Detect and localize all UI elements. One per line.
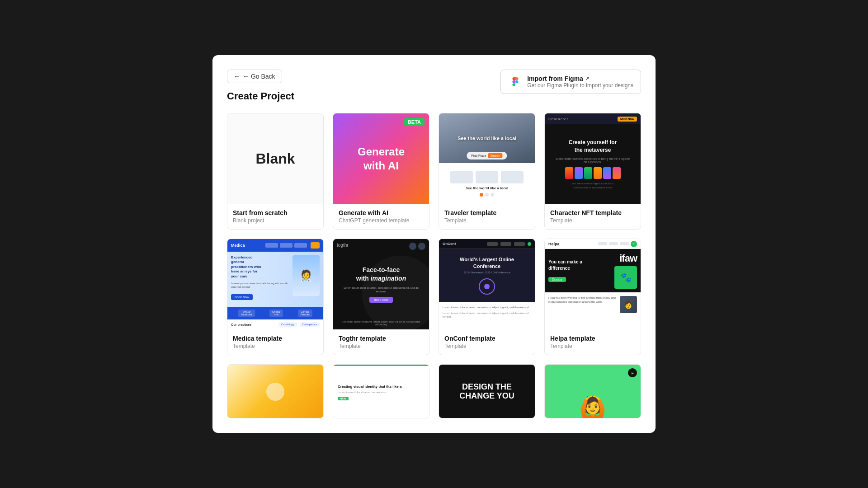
page-title: Create Project bbox=[227, 90, 294, 102]
blank-card[interactable]: Blank Start from scratch Blank project bbox=[227, 113, 324, 230]
modal-header: ← ← Go Back Create Project Import from F… bbox=[227, 70, 641, 102]
traveler-local-text: See the world like a local bbox=[466, 186, 509, 190]
traveler-card-subtitle: Template bbox=[444, 217, 529, 224]
external-link-icon: ↗ bbox=[585, 75, 590, 82]
blank-card-subtitle: Blank project bbox=[233, 217, 318, 224]
ai-card-subtitle: ChatGPT generated template bbox=[339, 217, 424, 224]
partial-thumb-1 bbox=[227, 365, 323, 418]
partial-card-4[interactable]: 🙆 ▸ bbox=[544, 364, 641, 418]
helpa-card-info: Helpa template Template bbox=[545, 329, 641, 355]
partial-card-1[interactable] bbox=[227, 364, 324, 418]
medica-thumbnail: Medica Experiencedgeneralpractitioners w… bbox=[227, 239, 323, 329]
blank-thumbnail: Blank bbox=[227, 113, 323, 204]
togthr-button: Book Now bbox=[369, 297, 393, 303]
togthr-thumbnail: togthr Face-to-facewith imagination Lore… bbox=[333, 239, 429, 329]
togthr-hero-text: Face-to-facewith imagination bbox=[339, 266, 424, 283]
traveler-card[interactable]: See the world like a local Find Place Se… bbox=[439, 113, 535, 230]
medica-card[interactable]: Medica Experiencedgeneralpractitioners w… bbox=[227, 239, 324, 355]
traveler-card-info: Traveler template Template bbox=[439, 204, 535, 229]
beta-badge: BETA bbox=[404, 118, 425, 126]
helpa-hero-text: You can make adifference bbox=[548, 259, 611, 272]
nft-card-title: Character NFT template bbox=[550, 209, 635, 216]
blank-card-info: Start from scratch Blank project bbox=[227, 204, 323, 229]
partial-thumb-2: Creating visual identity that fits like … bbox=[333, 365, 429, 418]
onconf-card-title: OnConf template bbox=[444, 335, 529, 342]
traveler-thumbnail: See the world like a local Find Place Se… bbox=[439, 113, 535, 204]
onconf-thumbnail: OnConf World's Largest OnlineConference … bbox=[439, 239, 535, 329]
helpa-card-title: Helpa template bbox=[550, 335, 635, 342]
ai-card[interactable]: BETA Generatewith AI Generate with AI Ch… bbox=[333, 113, 429, 230]
blank-card-title: Start from scratch bbox=[233, 209, 318, 216]
templates-grid: Blank Start from scratch Blank project B… bbox=[227, 113, 641, 418]
togthr-card-title: Togthr template bbox=[339, 335, 424, 342]
partial-card-3[interactable]: DESIGN THECHANGE YOU bbox=[439, 364, 535, 418]
nft-card-info: Character NFT template Template bbox=[545, 204, 641, 229]
onconf-card-info: OnConf template Template bbox=[439, 329, 535, 355]
ai-thumb-text: Generatewith AI bbox=[358, 145, 405, 173]
figma-icon bbox=[508, 75, 523, 89]
onconf-card-subtitle: Template bbox=[444, 343, 529, 349]
medica-card-title: Medica template bbox=[233, 335, 318, 342]
ai-card-title: Generate with AI bbox=[339, 209, 424, 216]
figma-import-main-text: Import from Figma ↗ bbox=[527, 75, 633, 82]
figma-import-sub-text: Get our Figma Plugin to import your desi… bbox=[527, 82, 633, 89]
partial-thumb-3: DESIGN THECHANGE YOU bbox=[439, 365, 535, 418]
go-back-label: ← Go Back bbox=[243, 73, 275, 80]
togthr-card-info: Togthr template Template bbox=[333, 329, 429, 355]
nft-thumbnail: Character Mint Now Create yourself forth… bbox=[545, 113, 641, 204]
ai-thumbnail: BETA Generatewith AI bbox=[333, 113, 429, 204]
togthr-card-subtitle: Template bbox=[339, 343, 424, 349]
figma-import-text: Import from Figma ↗ Get our Figma Plugin… bbox=[527, 75, 633, 89]
onconf-hero-sub: 22-24 November 2023 / OnConference bbox=[463, 271, 510, 274]
nft-card-subtitle: Template bbox=[550, 217, 635, 224]
medica-card-info: Medica template Template bbox=[227, 329, 323, 355]
nft-card[interactable]: Character Mint Now Create yourself forth… bbox=[544, 113, 641, 230]
medica-card-subtitle: Template bbox=[233, 343, 318, 349]
helpa-card[interactable]: Helpa + You can make adifference Donate bbox=[544, 239, 641, 355]
create-project-modal: ← ← Go Back Create Project Import from F… bbox=[212, 55, 656, 433]
onconf-brand: OnConf bbox=[443, 242, 456, 246]
helpa-brand: Helpa bbox=[548, 242, 560, 246]
go-back-button[interactable]: ← ← Go Back bbox=[227, 70, 282, 83]
partial-text-title: Creating visual identity that fits like … bbox=[338, 385, 425, 389]
onconf-hero-title: World's Largest OnlineConference bbox=[460, 256, 514, 269]
helpa-thumbnail: Helpa + You can make adifference Donate bbox=[545, 239, 641, 329]
arrow-left-icon: ← bbox=[234, 73, 240, 80]
togthr-logo: togthr bbox=[337, 243, 349, 248]
ai-card-info: Generate with AI ChatGPT generated templ… bbox=[333, 204, 429, 229]
partial-dark-title: DESIGN THECHANGE YOU bbox=[459, 383, 514, 401]
header-left: ← ← Go Back Create Project bbox=[227, 70, 294, 102]
nft-title-text: Create yourself forthe metaverse bbox=[554, 139, 632, 154]
traveler-card-title: Traveler template bbox=[444, 209, 529, 216]
figma-import-button[interactable]: Import from Figma ↗ Get our Figma Plugin… bbox=[500, 70, 641, 94]
partial-card-2[interactable]: Creating visual identity that fits like … bbox=[333, 364, 429, 418]
togthr-card[interactable]: togthr Face-to-facewith imagination Lore… bbox=[333, 239, 429, 355]
traveler-hero-text: See the world like a local bbox=[458, 136, 516, 141]
partial-thumb-4: 🙆 ▸ bbox=[545, 365, 641, 418]
onconf-card[interactable]: OnConf World's Largest OnlineConference … bbox=[439, 239, 535, 355]
helpa-card-subtitle: Template bbox=[550, 343, 635, 349]
blank-label: Blank bbox=[255, 150, 295, 167]
